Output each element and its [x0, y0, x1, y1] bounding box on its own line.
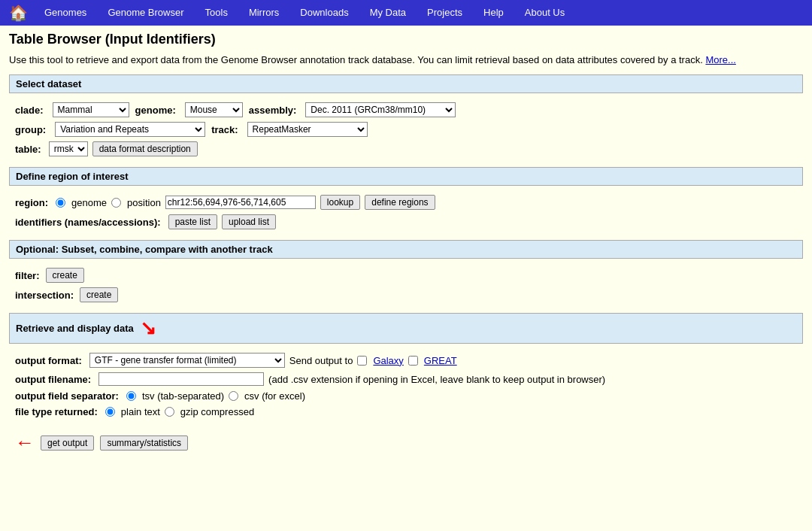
filter-create-button[interactable]: create — [46, 268, 84, 283]
nav-about-us[interactable]: About Us — [514, 0, 575, 26]
intersection-row: intersection: create — [15, 287, 797, 302]
summary-statistics-button[interactable]: summary/statistics — [100, 435, 188, 451]
output-filename-row: output filename: (add .csv extension if … — [15, 372, 797, 386]
paste-list-button[interactable]: paste list — [168, 214, 217, 229]
position-input[interactable] — [165, 196, 316, 209]
define-region-section-header: Define region of interest — [9, 167, 803, 186]
group-select[interactable]: Variation and Repeats Genes and Gene Pre… — [55, 122, 205, 137]
table-select[interactable]: rmsk — [49, 141, 88, 156]
tsv-radio-label: tsv (tab-separated) — [142, 390, 224, 402]
file-type-row: file type returned: plain text gzip comp… — [15, 406, 797, 417]
select-dataset-section-header: Select dataset — [9, 74, 803, 93]
optional-section-header: Optional: Subset, combine, compare with … — [9, 240, 803, 259]
select-dataset-form: clade: Mammal Vertebrate Deuterostome In… — [9, 99, 803, 167]
get-output-button[interactable]: get output — [41, 435, 94, 451]
nav-downloads[interactable]: Downloads — [289, 0, 359, 26]
data-format-description-button[interactable]: data format description — [92, 141, 198, 156]
csv-radio-label: csv (for excel) — [244, 390, 305, 402]
genome-radio[interactable] — [56, 198, 65, 208]
get-output-area: ← get output summary/statistics — [9, 428, 803, 457]
more-link[interactable]: More... — [705, 54, 735, 65]
nav-projects[interactable]: Projects — [417, 0, 473, 26]
identifiers-label: identifiers (names/accessions): — [15, 217, 161, 228]
track-label: track: — [211, 124, 238, 135]
csv-radio[interactable] — [229, 391, 238, 401]
output-format-row: output format: GTF - gene transfer forma… — [15, 353, 797, 368]
great-link[interactable]: GREAT — [424, 355, 457, 366]
intersection-create-button[interactable]: create — [80, 287, 118, 302]
define-region-form: region: genome position lookup define re… — [9, 192, 803, 240]
down-arrow-icon: ↘ — [140, 317, 156, 340]
plain-text-radio[interactable] — [105, 407, 115, 417]
nav-help[interactable]: Help — [473, 0, 514, 26]
position-radio-label: position — [127, 197, 161, 208]
intersection-label: intersection: — [15, 290, 74, 301]
position-radio[interactable] — [111, 198, 121, 208]
group-track-row: group: Variation and Repeats Genes and G… — [15, 122, 797, 137]
define-regions-button[interactable]: define regions — [365, 195, 435, 210]
retrieve-section-header: Retrieve and display data ↘ — [9, 313, 803, 344]
table-label: table: — [15, 144, 41, 155]
filter-label: filter: — [15, 270, 40, 281]
filter-row: filter: create — [15, 268, 797, 283]
output-filename-label: output filename: — [15, 374, 91, 385]
track-select[interactable]: RepeatMasker Simple Repeats Interrupted … — [247, 122, 368, 137]
nav-genomes[interactable]: Genomes — [34, 0, 97, 26]
identifiers-row: identifiers (names/accessions): paste li… — [15, 214, 797, 229]
plain-text-radio-label: plain text — [121, 406, 160, 417]
galaxy-link[interactable]: Galaxy — [373, 355, 403, 366]
nav-tools[interactable]: Tools — [195, 0, 238, 26]
genome-label: genome: — [135, 105, 176, 116]
assembly-label: assembly: — [249, 105, 297, 116]
intro-text: Use this tool to retrieve and export dat… — [9, 53, 803, 67]
clade-select[interactable]: Mammal Vertebrate Deuterostome Insect Ne… — [53, 102, 129, 117]
nav-genome-browser[interactable]: Genome Browser — [97, 0, 194, 26]
assembly-select[interactable]: Dec. 2011 (GRCm38/mm10) Jul. 2007 (NCBI3… — [305, 102, 456, 117]
nav-my-data[interactable]: My Data — [359, 0, 417, 26]
navigation: 🏠 Genomes Genome Browser Tools Mirrors D… — [0, 0, 812, 26]
table-form-row: table: rmsk data format description — [15, 141, 797, 156]
gzip-radio[interactable] — [165, 407, 174, 417]
output-field-separator-label: output field separator: — [15, 390, 119, 402]
tsv-radio[interactable] — [126, 391, 136, 401]
retrieve-form: output format: GTF - gene transfer forma… — [9, 350, 803, 428]
upload-list-button[interactable]: upload list — [222, 214, 276, 229]
genome-select[interactable]: Mouse Human Rat Zebrafish — [185, 102, 243, 117]
optional-form: filter: create intersection: create — [9, 265, 803, 313]
page-content: Table Browser (Input Identifiers) Use th… — [0, 26, 812, 463]
output-filename-input[interactable] — [98, 372, 264, 386]
great-checkbox[interactable] — [408, 356, 418, 366]
home-icon[interactable]: 🏠 — [3, 4, 34, 22]
output-format-select[interactable]: GTF - gene transfer format (limited) BED… — [89, 353, 285, 368]
output-filename-hint: (add .csv extension if opening in Excel,… — [268, 374, 605, 385]
genome-radio-label: genome — [71, 197, 107, 208]
group-label: group: — [15, 124, 46, 135]
lookup-button[interactable]: lookup — [320, 195, 360, 210]
region-label: region: — [15, 197, 48, 208]
region-row: region: genome position lookup define re… — [15, 195, 797, 210]
send-output-label: Send output to — [289, 355, 353, 366]
page-title: Table Browser (Input Identifiers) — [9, 32, 803, 47]
gzip-radio-label: gzip compressed — [180, 406, 254, 417]
output-format-label: output format: — [15, 355, 82, 366]
clade-genome-assembly-row: clade: Mammal Vertebrate Deuterostome In… — [15, 102, 797, 117]
output-field-separator-row: output field separator: tsv (tab-separat… — [15, 390, 797, 402]
left-arrow-icon: ← — [15, 431, 35, 454]
file-type-label: file type returned: — [15, 406, 98, 417]
galaxy-checkbox[interactable] — [357, 356, 367, 366]
clade-label: clade: — [15, 105, 44, 116]
nav-mirrors[interactable]: Mirrors — [238, 0, 289, 26]
